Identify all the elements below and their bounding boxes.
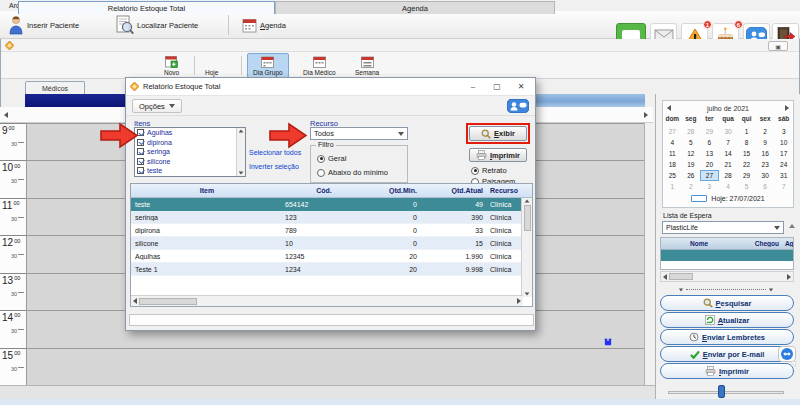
calendar-day[interactable]: 25 bbox=[663, 170, 682, 181]
calendar-day[interactable]: 27 bbox=[663, 126, 682, 137]
calendar-day[interactable]: 15 bbox=[737, 148, 756, 159]
collapse-panel-button[interactable]: ▣ bbox=[768, 41, 788, 51]
scroll-thumb[interactable] bbox=[669, 273, 693, 279]
table-vscrollbar[interactable] bbox=[521, 198, 532, 297]
scroll-left-icon[interactable] bbox=[663, 274, 667, 280]
stock-item-option[interactable]: teste bbox=[135, 166, 245, 176]
stock-item-option[interactable]: seringa bbox=[135, 147, 245, 157]
day-group-view-button[interactable]: Dia Grupo bbox=[247, 53, 289, 78]
calendar-day[interactable]: 31 bbox=[774, 170, 793, 181]
filter-general-radio[interactable]: Geral bbox=[317, 154, 346, 163]
column-header[interactable]: Qtd.Atual bbox=[423, 187, 487, 194]
calendar-day[interactable]: 8 bbox=[737, 137, 756, 148]
calendar-day[interactable]: 2 bbox=[756, 126, 775, 137]
stock-item-option[interactable]: Agulhas bbox=[135, 128, 245, 138]
column-header[interactable]: Item bbox=[131, 187, 283, 194]
calendar-day[interactable]: 1 bbox=[663, 181, 682, 192]
scroll-up-icon[interactable] bbox=[239, 129, 244, 132]
calendar-day[interactable]: 24 bbox=[774, 159, 793, 170]
table-row[interactable]: teste654142049Clínica bbox=[131, 198, 532, 211]
calendar-prev-icon[interactable] bbox=[667, 105, 671, 111]
calendar-day[interactable]: 5 bbox=[737, 181, 756, 192]
calendar-day[interactable]: 4 bbox=[719, 181, 738, 192]
tab-relatorio-estoque-total[interactable]: Relatório Estoque Total bbox=[18, 1, 275, 14]
send-email-button[interactable]: Enviar por E-mail bbox=[660, 346, 794, 362]
agenda-button[interactable]: Agenda bbox=[238, 12, 290, 38]
scroll-thumb[interactable] bbox=[139, 298, 197, 305]
calendar-day[interactable]: 7 bbox=[774, 181, 793, 192]
calendar-day[interactable]: 6 bbox=[700, 137, 719, 148]
calendar-day[interactable]: 27 bbox=[700, 170, 719, 181]
calendar-day[interactable]: 18 bbox=[663, 159, 682, 170]
listbox-scrollbar[interactable] bbox=[236, 128, 245, 176]
scroll-right-icon[interactable] bbox=[787, 274, 791, 280]
calendar-day[interactable]: 4 bbox=[663, 137, 682, 148]
tab-agenda[interactable]: Agenda bbox=[275, 1, 555, 14]
calendar-day[interactable]: 12 bbox=[682, 148, 701, 159]
calendar-day[interactable]: 6 bbox=[756, 181, 775, 192]
calendar-day[interactable]: 20 bbox=[700, 159, 719, 170]
portrait-radio[interactable]: Retrato bbox=[471, 166, 507, 175]
clinic-select[interactable]: PlasticLife bbox=[662, 221, 784, 234]
items-listbox[interactable]: AgulhasdipironaseringasiliconetesteTeste… bbox=[134, 127, 246, 177]
zoom-slider-track[interactable] bbox=[668, 391, 784, 394]
scroll-down-icon[interactable] bbox=[239, 171, 244, 174]
week-view-button[interactable]: Semana bbox=[349, 53, 385, 78]
scroll-right-icon[interactable] bbox=[517, 298, 521, 304]
scroll-left-icon[interactable] bbox=[133, 298, 137, 304]
resource-select[interactable]: Todos bbox=[310, 127, 408, 140]
calendar-day[interactable]: 1 bbox=[737, 126, 756, 137]
stock-item-option[interactable]: dipirona bbox=[135, 138, 245, 148]
calendar-day[interactable]: 29 bbox=[737, 170, 756, 181]
calendar-day[interactable]: 30 bbox=[756, 170, 775, 181]
today-button[interactable]: Hoje bbox=[199, 53, 224, 78]
maximize-button[interactable]: ▢ bbox=[487, 80, 507, 93]
calendar-day[interactable]: 13 bbox=[700, 148, 719, 159]
remote-support-icon[interactable] bbox=[778, 346, 797, 368]
calendar-day[interactable]: 3 bbox=[700, 181, 719, 192]
calendar-day[interactable]: 17 bbox=[774, 148, 793, 159]
close-button[interactable]: ✕ bbox=[511, 80, 531, 93]
stock-item-option[interactable]: silicone bbox=[135, 157, 245, 167]
calendar-day[interactable]: 19 bbox=[682, 159, 701, 170]
table-row[interactable]: Teste 11234209.998Clínica bbox=[131, 263, 532, 276]
dialog-titlebar[interactable]: Relatório Estoque Total – ▢ ✕ bbox=[126, 78, 535, 96]
calendar-day[interactable]: 10 bbox=[774, 137, 793, 148]
new-appointment-button[interactable]: Novo bbox=[158, 53, 185, 78]
scroll-left-icon[interactable] bbox=[4, 112, 8, 118]
calendar-day[interactable]: 30 bbox=[719, 126, 738, 137]
calendar-day[interactable]: 14 bbox=[719, 148, 738, 159]
locate-patient-button[interactable]: Localizar Paciente bbox=[112, 12, 202, 38]
calendar-day[interactable]: 16 bbox=[756, 148, 775, 159]
print-report-button[interactable]: Imprimir bbox=[469, 148, 527, 162]
scroll-thumb[interactable] bbox=[524, 205, 531, 231]
panel-scroll-up-icon[interactable] bbox=[789, 224, 795, 228]
zoom-slider-thumb[interactable] bbox=[718, 385, 725, 398]
invert-selection-link[interactable]: Inverter seleção bbox=[249, 163, 299, 170]
day-doctor-view-button[interactable]: Dia Médico bbox=[297, 53, 342, 78]
calendar-day[interactable]: 5 bbox=[682, 137, 701, 148]
stock-table-header[interactable]: ItemCód.Qtd.Min.Qtd.AtualRecurso bbox=[131, 184, 532, 198]
tab-medicos[interactable]: Médicos bbox=[25, 81, 85, 94]
calendar-day[interactable]: 26 bbox=[682, 170, 701, 181]
scroll-down-icon[interactable] bbox=[525, 292, 530, 295]
select-all-link[interactable]: Selecionar todos bbox=[249, 149, 301, 156]
table-row[interactable]: dipirona789033Clínica bbox=[131, 224, 532, 237]
calendar-day[interactable]: 29 bbox=[700, 126, 719, 137]
minimize-button[interactable]: – bbox=[463, 80, 483, 93]
calendar-day[interactable]: 21 bbox=[719, 159, 738, 170]
scroll-right-icon[interactable] bbox=[644, 112, 648, 118]
scroll-up-icon[interactable] bbox=[525, 199, 530, 202]
print-button[interactable]: Imprimir bbox=[660, 363, 794, 379]
refresh-button[interactable]: Atualizar bbox=[660, 312, 794, 328]
table-row[interactable]: silicone10015Clínica bbox=[131, 237, 532, 250]
insert-patient-button[interactable]: Inserir Paciente bbox=[4, 12, 83, 38]
waitlist-hscrollbar[interactable] bbox=[660, 271, 794, 282]
column-header[interactable]: Qtd.Min. bbox=[365, 187, 423, 194]
stock-item-option[interactable]: Teste 1 bbox=[135, 176, 245, 178]
table-row[interactable]: Agulhas12345201.990Clínica bbox=[131, 250, 532, 263]
calendar-day[interactable]: 9 bbox=[756, 137, 775, 148]
waitlist-table[interactable]: NomeChegouAgend bbox=[660, 237, 794, 270]
calendar-day[interactable]: 28 bbox=[682, 126, 701, 137]
stock-table[interactable]: ItemCód.Qtd.Min.Qtd.AtualRecurso teste65… bbox=[130, 183, 533, 307]
